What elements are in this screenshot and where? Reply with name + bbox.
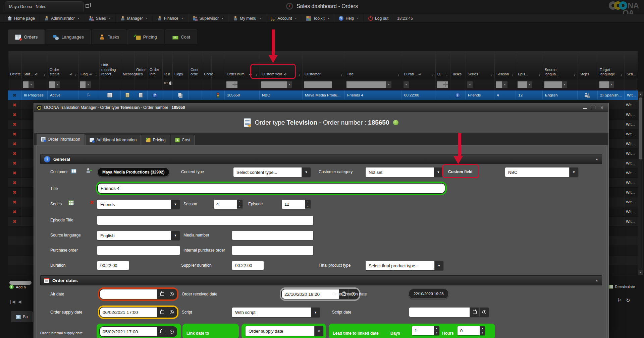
calendar-picker-icon[interactable]: [157, 327, 167, 336]
column-menu-icon[interactable]: ⋮: [340, 72, 343, 77]
scrollbar-thumb[interactable]: [639, 97, 642, 159]
column-header-steps[interactable]: Steps: [578, 51, 598, 79]
row-cell-season[interactable]: 4: [494, 90, 516, 100]
row-cell-tasks[interactable]: i: [450, 90, 466, 100]
delete-cell[interactable]: ✖: [8, 120, 21, 129]
column-menu-icon[interactable]: ⋮: [94, 72, 98, 77]
dialog-titlebar[interactable]: OOONA Translation Manager - Order type T…: [34, 103, 608, 112]
delete-cell[interactable]: ✖: [8, 207, 21, 216]
delete-cell[interactable]: ✖: [8, 188, 21, 197]
restore-window-icon[interactable]: [86, 4, 89, 8]
chevron-down-icon[interactable]: ▼: [434, 167, 443, 177]
delete-cell[interactable]: ✖: [8, 149, 21, 158]
chevron-down-icon[interactable]: ▼: [302, 167, 311, 177]
row-cell-stat[interactable]: In Progress: [21, 90, 48, 100]
maximize-icon[interactable]: [592, 106, 595, 109]
supplier-duration-input[interactable]: 00:22:00: [232, 261, 264, 270]
column-header-r-ir[interactable]: R ir: [163, 51, 173, 79]
chevron-down-icon[interactable]: ▼: [314, 326, 323, 336]
scroll-up-icon[interactable]: ▲: [638, 91, 643, 96]
filter-widget[interactable]: ▼: [544, 81, 567, 88]
delete-cell[interactable]: ✖: [8, 110, 21, 119]
row-cell-order-info[interactable]: ?: [148, 90, 162, 100]
filter-widget[interactable]: ▼: [80, 81, 91, 88]
chevron-down-icon[interactable]: ▼: [287, 81, 292, 88]
row-cell-conr-orde[interactable]: [189, 90, 202, 100]
row-cell-steps[interactable]: [578, 90, 598, 100]
column-header-blank[interactable]: [212, 51, 225, 79]
episode-title-input[interactable]: [97, 216, 313, 225]
filter-stepper[interactable]: ▲▼: [232, 81, 237, 88]
tab-languages[interactable]: Languages: [46, 29, 91, 44]
time-picker-icon[interactable]: [167, 308, 176, 317]
row-cell-source-langua[interactable]: English: [543, 90, 578, 100]
media-number-input[interactable]: [232, 231, 313, 240]
filter-widget[interactable]: ▼: [496, 81, 507, 88]
column-menu-icon[interactable]: ⋮: [43, 72, 46, 77]
x-red-icon[interactable]: ✖: [13, 219, 16, 224]
x-red-icon[interactable]: ✖: [13, 190, 16, 195]
column-header-tasks[interactable]: Tasks: [450, 51, 466, 79]
flag-icon[interactable]: ⚐: [87, 93, 91, 97]
menu-item-help[interactable]: Help▼: [334, 14, 364, 22]
chevron-down-icon[interactable]: ▼: [29, 81, 34, 88]
script-select[interactable]: With script▼: [232, 308, 320, 317]
days-stepper[interactable]: 1▲▼: [412, 326, 439, 335]
title-input[interactable]: Friends 4: [98, 184, 445, 193]
order-supply-date-input[interactable]: 06/02/2021 17:00: [100, 308, 157, 317]
column-header-order-info[interactable]: Order info: [148, 51, 163, 79]
filter-widget[interactable]: ▲▼: [437, 81, 448, 88]
content-type-select[interactable]: Select content type...▼: [233, 167, 311, 177]
selected-order-row[interactable]: ✖In ProgressActive⚐?185650NBCMaya Media …: [8, 90, 638, 100]
column-header-title[interactable]: Title⋮: [345, 51, 402, 79]
x-dark-icon[interactable]: ✖: [13, 93, 16, 97]
step-down-icon[interactable]: ▼: [434, 331, 439, 336]
chevron-down-icon[interactable]: ▼: [569, 167, 578, 177]
link-date-to-select[interactable]: Order supply date▼: [246, 326, 323, 336]
custom-field-select[interactable]: NBC▼: [505, 167, 578, 177]
step-down-icon[interactable]: ▼: [305, 204, 311, 209]
x-red-icon[interactable]: ✖: [13, 161, 16, 165]
minimize-icon[interactable]: [583, 106, 587, 109]
dialog-tab-pricing[interactable]: Pricing: [142, 135, 170, 145]
row-cell-durati[interactable]: 00:22:00: [402, 90, 435, 100]
filter-widget[interactable]: ▼: [467, 81, 473, 88]
chevron-down-icon[interactable]: ▼: [86, 81, 91, 88]
column-header-corre[interactable]: Corre: [202, 51, 212, 79]
delete-cell[interactable]: ✖: [8, 139, 21, 148]
column-header-stat[interactable]: Stat...✔⋮: [22, 51, 48, 79]
filter-funnel-icon[interactable]: ▼: [609, 81, 614, 88]
column-menu-icon[interactable]: ⋮: [430, 72, 434, 77]
row-cell-order-num[interactable]: 185650: [225, 90, 260, 100]
column-header-epis[interactable]: Epis...⋮: [516, 51, 543, 79]
column-menu-icon[interactable]: ⋮: [445, 72, 449, 77]
column-menu-icon[interactable]: ⋮: [620, 72, 623, 77]
column-header-order-files[interactable]: Order files: [135, 51, 148, 79]
x-red-icon[interactable]: ✖: [13, 200, 16, 204]
step-up-icon[interactable]: ▲: [232, 81, 237, 85]
season-stepper[interactable]: 4▲▼: [214, 200, 243, 209]
menu-item-toolkit[interactable]: Toolkit▼: [302, 14, 334, 22]
customer-category-select[interactable]: Not set▼: [366, 167, 443, 177]
row-cell-delete[interactable]: ✖: [8, 90, 21, 100]
column-menu-icon[interactable]: ⋮: [397, 72, 400, 77]
cal-icon[interactable]: [107, 93, 112, 97]
row-cell-title[interactable]: Friends 4: [345, 90, 402, 100]
hours-stepper[interactable]: 0▲▼: [458, 326, 485, 335]
x-red-icon[interactable]: ✖: [13, 122, 16, 127]
order-dates-section-header[interactable]: Order dates ▲: [40, 275, 602, 285]
remove-series-icon[interactable]: ✖: [90, 200, 94, 205]
refresh-icon[interactable]: ↻: [626, 297, 630, 303]
row-cell-series[interactable]: Friends: [466, 90, 494, 100]
first-page-button[interactable]: |◀: [10, 299, 16, 304]
filter-widget[interactable]: ▼: [23, 81, 34, 88]
dialog-tab-cost[interactable]: Cost: [171, 135, 195, 145]
source-language-select[interactable]: English▼: [97, 231, 180, 240]
row-cell-corre[interactable]: [202, 90, 211, 100]
column-header-flag[interactable]: Flag✔⋮: [79, 51, 100, 79]
window-tab[interactable]: Maya Ooona - Notes: [5, 1, 84, 12]
order-received-date-input[interactable]: 22/10/2020 19:20: [282, 289, 339, 299]
delete-cell[interactable]: ✖: [8, 129, 21, 139]
tab-tasks[interactable]: Tasks: [92, 29, 126, 44]
x-red-icon[interactable]: ✖: [13, 142, 16, 146]
